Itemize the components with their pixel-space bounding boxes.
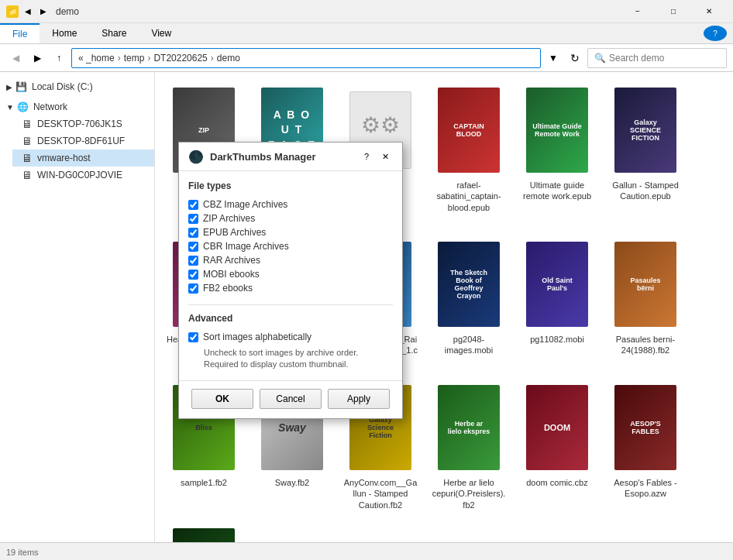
search-box: 🔍 [587, 48, 727, 68]
maximize-button[interactable]: □ [656, 0, 691, 23]
file-name-pasaules: Pasaules berni-24(1988).fb2 [608, 334, 683, 356]
file-thumb-pasaules: Pasaulesbērni [611, 238, 680, 331]
forward-button[interactable]: ▶ [28, 49, 46, 67]
file-types-label: File types [188, 180, 393, 191]
sidebar-item-desktop1[interactable]: 🖥 DESKTOP-706JK1S [12, 115, 154, 132]
file-name-sample1: sample1.fb2 [181, 477, 227, 488]
desktop2-label: DESKTOP-8DF61UF [37, 136, 125, 146]
file-item-pg11082[interactable]: Old SaintPaul's pg11082.mobi [514, 232, 600, 373]
file-name-doom: doom comic.cbz [526, 477, 587, 488]
file-item-pg2048[interactable]: The SketchBook ofGeoffreyCrayon pg2048-i… [426, 232, 511, 373]
computer-icon-2: 🖥 [22, 135, 33, 147]
network-icon: 🌐 [17, 101, 29, 112]
window-title: demo [56, 6, 620, 17]
cancel-button[interactable]: Cancel [260, 389, 322, 409]
cbr-checkbox[interactable] [188, 242, 198, 252]
file-item-aesop[interactable]: AESOP'SFABLES Aesop's Fables - Esopo.azw [603, 376, 688, 516]
mobi-checkbox[interactable] [188, 270, 198, 280]
local-disk-label: Local Disk (C:) [32, 81, 93, 92]
address-breadcrumb[interactable]: « _home › temp › DT20220625 › demo [71, 48, 541, 68]
file-grid: ZIP webps2.zip A B OU TF A C E Alan Coop… [155, 72, 733, 542]
dialog-title-text: DarkThumbs Manager [210, 151, 316, 163]
file-name-aesop: Aesop's Fables - Esopo.azw [608, 477, 683, 500]
file-thumb-captainblood: CAPTAINBLOOD [434, 84, 504, 177]
sidebar: ▶ 💾 Local Disk (C:) ▼ 🌐 Network 🖥 DESKTO… [0, 72, 155, 542]
breadcrumb-dt[interactable]: DT20220625 [153, 53, 207, 64]
tab-home[interactable]: Home [40, 23, 89, 43]
dialog-help-button[interactable]: ? [359, 149, 374, 164]
file-name-pg2048: pg2048-images.mobi [432, 334, 506, 356]
breadcrumb-demo[interactable]: demo [217, 53, 240, 64]
drive-icon: 💾 [15, 81, 27, 92]
status-bar: 19 items [0, 542, 733, 560]
sidebar-item-local-disk[interactable]: ▶ 💾 Local Disk (C:) [0, 78, 154, 95]
file-item-captainblood[interactable]: CAPTAINBLOOD rafael-sabatini_captain-blo… [426, 78, 511, 229]
forward-nav-icon: ▶ [37, 5, 50, 18]
file-item-remotework[interactable]: Ultimate GuideRemote Work Ultimate guide… [514, 78, 600, 229]
search-icon: 🔍 [594, 53, 606, 64]
gear-icons: ⚙⚙ [361, 112, 400, 138]
network-label: Network [33, 101, 67, 112]
rar-checkbox[interactable] [188, 256, 198, 266]
file-item-herbe[interactable]: Herbe arlielo ekspres Herbe ar lielo cep… [426, 376, 511, 516]
sort-note: Uncheck to sort images by archive order.… [204, 347, 393, 371]
epub-checkbox[interactable] [188, 228, 198, 238]
sort-checkbox[interactable] [188, 332, 198, 342]
win-label: WIN-DG0C0PJOVIE [37, 170, 122, 180]
dropdown-button[interactable]: ▼ [544, 49, 563, 67]
sidebar-item-desktop2[interactable]: 🖥 DESKTOP-8DF61UF [12, 132, 154, 149]
file-name-herbe: Herbe ar lielo cepuri(O.Preislers).fb2 [432, 477, 506, 510]
file-thumb-gallun: GalaxySCIENCEFICTION [611, 84, 680, 177]
file-name-gallun: Gallun - Stamped Caution.epub [608, 180, 683, 202]
dialog-title-bar: 🌑 DarkThumbs Manager ? ✕ [179, 143, 402, 171]
back-nav-icon: ◀ [22, 5, 34, 18]
sidebar-item-win[interactable]: 🖥 WIN-DG0C0PJOVIE [12, 167, 154, 184]
apply-button[interactable]: Apply [328, 389, 390, 409]
ok-button[interactable]: OK [191, 389, 253, 409]
tab-view[interactable]: View [139, 23, 184, 43]
search-input[interactable] [609, 53, 720, 64]
ribbon: File Home Share View ? [0, 23, 733, 44]
file-name-sway: Sway.fb2 [275, 477, 309, 488]
sidebar-item-network[interactable]: ▼ 🌐 Network [0, 98, 154, 115]
file-item-gallun[interactable]: GalaxySCIENCEFICTION Gallun - Stamped Ca… [603, 78, 688, 229]
fb2-checkbox[interactable] [188, 283, 198, 294]
refresh-button[interactable]: ↻ [566, 49, 584, 67]
sidebar-section-network: ▼ 🌐 Network 🖥 DESKTOP-706JK1S 🖥 DESKTOP-… [0, 98, 154, 184]
vmware-label: vmware-host [37, 153, 91, 163]
zip-checkbox[interactable] [188, 214, 198, 224]
checkbox-cbr: CBR Image Archives [188, 239, 393, 253]
main-layout: ▶ 💾 Local Disk (C:) ▼ 🌐 Network 🖥 DESKTO… [0, 72, 733, 542]
file-item-littledorrit[interactable]: LITTLEDORRIT Little Dorrit - (Charles Di… [161, 519, 246, 542]
sidebar-network-children: 🖥 DESKTOP-706JK1S 🖥 DESKTOP-8DF61UF 🖥 vm… [0, 115, 154, 184]
file-item-pasaules[interactable]: Pasaulesbērni Pasaules berni-24(1988).fb… [603, 232, 688, 373]
mobi-label: MOBI ebooks [203, 269, 260, 280]
checkbox-zip: ZIP Archives [188, 211, 393, 225]
help-button[interactable]: ? [704, 26, 727, 41]
close-button[interactable]: ✕ [691, 0, 727, 23]
breadcrumb-temp[interactable]: temp [124, 53, 145, 64]
minimize-button[interactable]: − [620, 0, 656, 23]
dialog-footer: OK Cancel Apply [179, 380, 402, 418]
checkbox-mobi: MOBI ebooks [188, 267, 393, 281]
back-button[interactable]: ◀ [6, 49, 25, 67]
sidebar-section-local: ▶ 💾 Local Disk (C:) [0, 78, 154, 95]
checkbox-sort: Sort images alphabetically [188, 330, 393, 344]
tab-share[interactable]: Share [89, 23, 139, 43]
cbz-checkbox[interactable] [188, 200, 198, 210]
ribbon-tabs: File Home Share View ? [0, 23, 733, 43]
fb2-label: FB2 ebooks [203, 283, 253, 294]
dialog-app-icon: 🌑 [188, 149, 204, 164]
dialog-close-button[interactable]: ✕ [377, 149, 393, 164]
breadcrumb-home[interactable]: « _home [78, 53, 115, 64]
sort-label: Sort images alphabetically [203, 332, 311, 342]
sidebar-item-vmware[interactable]: 🖥 vmware-host [12, 149, 154, 167]
up-button[interactable]: ↑ [50, 49, 68, 67]
computer-icon-4: 🖥 [22, 169, 33, 181]
title-bar-icons: 📁 ◀ ▶ [6, 5, 50, 18]
file-item-doom[interactable]: DOOM doom comic.cbz [514, 376, 600, 516]
file-name-remotework: Ultimate guide remote work.epub [520, 180, 594, 202]
file-thumb-doom: DOOM [522, 381, 592, 474]
tab-file[interactable]: File [0, 23, 40, 43]
file-thumb-pg11082: Old SaintPaul's [522, 238, 592, 331]
